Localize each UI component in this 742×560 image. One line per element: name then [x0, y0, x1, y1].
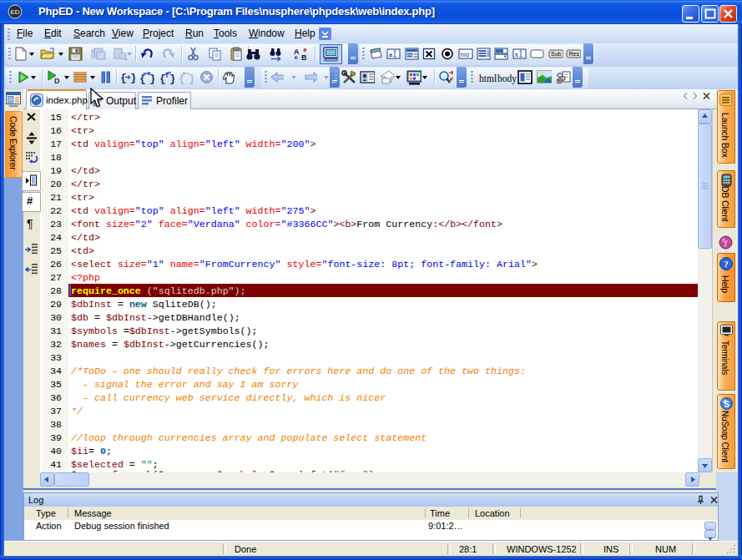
svg-text:ED: ED [10, 8, 19, 16]
svg-text:{: { [139, 73, 146, 85]
svg-text:A: A [294, 48, 300, 56]
svg-text:?: ? [724, 259, 729, 269]
svg-text:x: x [515, 50, 519, 58]
svg-text:D: D [54, 77, 60, 85]
svg-text:{: { [159, 73, 166, 85]
svg-text:a: a [389, 50, 392, 58]
svg-text:Sub: Sub [551, 51, 562, 57]
svg-text:}: } [130, 72, 135, 84]
svg-text:{: { [120, 72, 127, 84]
svg-text:}: } [149, 73, 154, 85]
svg-text:hid: hid [461, 51, 470, 58]
svg-text:Res: Res [569, 51, 580, 57]
svg-text:}: } [189, 73, 194, 85]
svg-text:S: S [724, 400, 729, 409]
svg-text:}: } [169, 73, 174, 85]
svg-text:B: B [301, 53, 307, 62]
